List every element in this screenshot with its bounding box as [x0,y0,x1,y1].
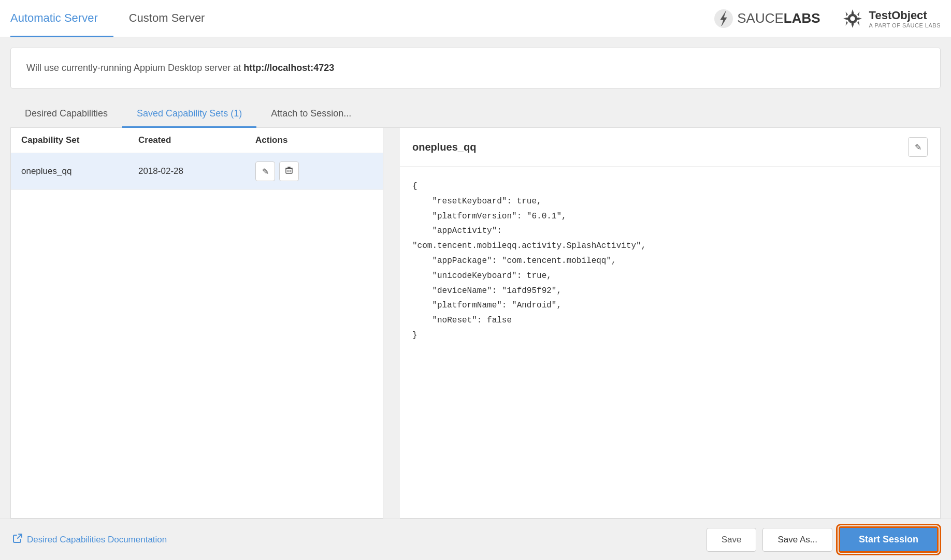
table-body: oneplues_qq 2018-02-28 ✎ [11,153,383,518]
col-header-capability-set: Capability Set [21,135,138,145]
edit-json-button[interactable]: ✎ [908,137,928,157]
doc-link[interactable]: Desired Capabilities Documentation [12,533,167,546]
server-info-text: Will use currently-running Appium Deskto… [26,63,243,73]
save-as-button[interactable]: Save As... [762,528,832,552]
svg-rect-12 [287,167,291,168]
right-panel-header: oneplues_qq ✎ [400,128,940,167]
cell-actions: ✎ [255,161,372,181]
link-icon [12,533,23,546]
col-header-created: Created [138,135,255,145]
json-content: { "resetKeyboard": true, "platformVersio… [400,167,940,518]
save-button[interactable]: Save [707,528,757,552]
testobject-gear-icon [841,7,864,30]
cell-capability-name: oneplues_qq [21,166,138,176]
svg-rect-14 [286,169,292,173]
section-tabs: Desired Capabilities Saved Capability Se… [10,101,941,128]
logo-area: SAUCELABS [714,7,941,30]
start-session-button[interactable]: Start Session [839,526,939,553]
table-header: Capability Set Created Actions [11,128,383,153]
svg-point-3 [849,16,856,22]
edit-icon: ✎ [262,167,269,176]
edit-button[interactable]: ✎ [255,161,275,181]
left-panel: Capability Set Created Actions oneplues_… [10,128,383,519]
action-buttons: ✎ [255,161,372,181]
testobject-logo: TestObject A PART OF SAUCE LABS [841,7,941,30]
detail-title: oneplues_qq [412,141,476,153]
server-url: http://localhost:4723 [243,63,334,73]
edit-json-icon: ✎ [915,142,921,152]
bottom-bar: Desired Capabilities Documentation Save … [0,519,951,560]
tab-attach-session[interactable]: Attach to Session... [256,101,366,128]
server-info-box: Will use currently-running Appium Deskto… [10,48,941,89]
doc-link-text: Desired Capabilities Documentation [27,535,167,545]
bottom-buttons: Save Save As... Start Session [707,526,939,553]
saucelabs-logo: SAUCELABS [714,9,820,28]
cell-created-date: 2018-02-28 [138,166,255,176]
panel-divider [383,128,392,519]
main-content: Will use currently-running Appium Deskto… [0,37,951,519]
tab-desired-capabilities[interactable]: Desired Capabilities [10,101,122,128]
saucelabs-bolt-icon [714,9,733,28]
tab-custom-server[interactable]: Custom Server [113,1,221,37]
saucelabs-text: SAUCELABS [737,10,820,26]
testobject-text: TestObject A PART OF SAUCE LABS [869,9,941,28]
content-area: Capability Set Created Actions oneplues_… [10,128,941,519]
delete-button[interactable] [279,161,299,181]
top-tab-bar: Automatic Server Custom Server SAUCELABS [0,0,951,37]
table-row[interactable]: oneplues_qq 2018-02-28 ✎ [11,153,383,190]
tab-saved-capability-sets[interactable]: Saved Capability Sets (1) [122,101,256,128]
col-header-actions: Actions [255,135,372,145]
tab-automatic-server[interactable]: Automatic Server [10,1,113,37]
trash-icon [285,166,293,176]
right-panel: oneplues_qq ✎ { "resetKeyboard": true, "… [400,128,941,519]
